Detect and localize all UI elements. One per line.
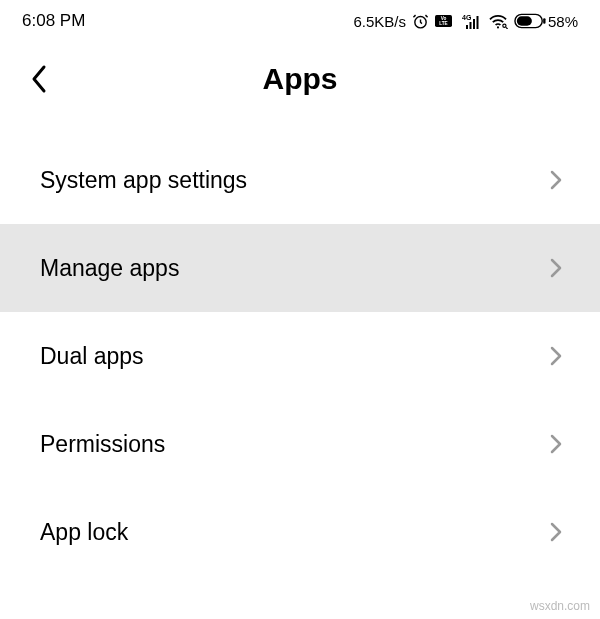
status-right: 6.5KB/s Vo LTE 4G xyxy=(353,13,578,30)
svg-text:LTE: LTE xyxy=(439,21,447,26)
svg-rect-13 xyxy=(543,18,545,24)
chevron-right-icon xyxy=(550,345,562,367)
alarm-icon xyxy=(412,13,429,30)
svg-point-9 xyxy=(497,26,499,28)
signal-icon: 4G xyxy=(458,13,482,29)
list-item-label: System app settings xyxy=(40,167,247,194)
list-item-app-lock[interactable]: App lock xyxy=(0,488,600,576)
chevron-left-icon xyxy=(30,64,48,94)
wifi-icon xyxy=(488,13,508,29)
status-bar: 6:08 PM 6.5KB/s Vo LTE 4G xyxy=(0,0,600,42)
list-item-label: Dual apps xyxy=(40,343,144,370)
list-item-permissions[interactable]: Permissions xyxy=(0,400,600,488)
chevron-right-icon xyxy=(550,257,562,279)
svg-rect-12 xyxy=(517,16,532,25)
svg-rect-8 xyxy=(476,16,478,29)
status-time: 6:08 PM xyxy=(22,11,85,31)
list-item-label: App lock xyxy=(40,519,128,546)
svg-point-10 xyxy=(503,24,506,27)
svg-rect-5 xyxy=(466,25,468,29)
settings-list: System app settings Manage apps Dual app… xyxy=(0,136,600,576)
volte-icon: Vo LTE xyxy=(435,14,452,28)
list-item-label: Permissions xyxy=(40,431,165,458)
chevron-right-icon xyxy=(550,169,562,191)
list-item-manage-apps[interactable]: Manage apps xyxy=(0,224,600,312)
svg-rect-6 xyxy=(469,22,471,29)
svg-rect-7 xyxy=(473,19,475,29)
svg-text:Vo: Vo xyxy=(441,16,447,21)
svg-text:4G: 4G xyxy=(462,14,472,21)
battery-indicator: 58% xyxy=(514,13,578,30)
back-button[interactable] xyxy=(30,64,48,94)
list-item-dual-apps[interactable]: Dual apps xyxy=(0,312,600,400)
page-title: Apps xyxy=(263,62,338,96)
chevron-right-icon xyxy=(550,433,562,455)
chevron-right-icon xyxy=(550,521,562,543)
watermark: wsxdn.com xyxy=(530,599,590,613)
list-item-system-app-settings[interactable]: System app settings xyxy=(0,136,600,224)
battery-percent: 58% xyxy=(548,13,578,30)
header: Apps xyxy=(0,42,600,116)
list-item-label: Manage apps xyxy=(40,255,179,282)
network-speed: 6.5KB/s xyxy=(353,13,406,30)
